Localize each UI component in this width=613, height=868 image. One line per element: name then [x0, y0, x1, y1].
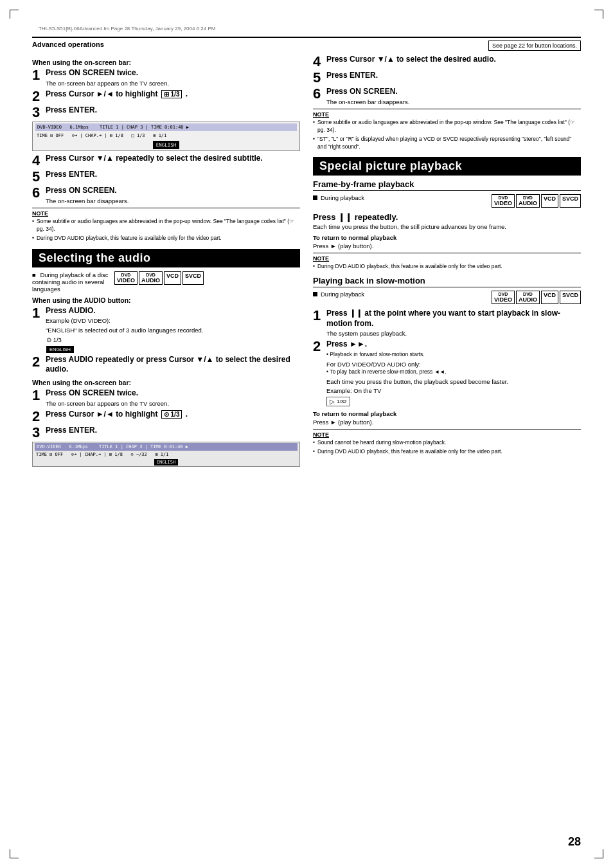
slow-step-1-text: Press ❙❙ at the point where you want to … — [326, 309, 581, 329]
step-4-content: Press Cursor ▼/▲ repeatedly to select th… — [46, 154, 300, 164]
slow-motion-title: Playing back in slow-motion — [313, 276, 581, 287]
onscreen2-step-3-text: Press ENTER. — [46, 426, 300, 436]
frame-badge-svcd: SVCD — [560, 194, 581, 208]
bar2-english-row: ENGLISH — [35, 459, 298, 466]
bar2-top: DVD-VIDEO 6.1Mbps TITLE 1 | CHAP 3 | TIM… — [35, 443, 298, 451]
step-num-1: 1 — [32, 68, 42, 82]
step-num-4: 4 — [32, 154, 42, 168]
return-normal-slow-text: Press ► (play button). — [313, 418, 581, 426]
right-step-4: 4 Press Cursor ▼/▲ to select the desired… — [313, 55, 581, 69]
right-step-4-text: Press Cursor ▼/▲ to select the desired a… — [326, 55, 581, 65]
onscreen-bar-mockup-2: DVD-VIDEO 6.1Mbps TITLE 1 | CHAP 3 | TIM… — [32, 442, 300, 467]
right-step-num-4: 4 — [313, 55, 323, 69]
right-step-num-6: 6 — [313, 87, 323, 101]
step-1-content: Press ON SCREEN twice. The on-screen bar… — [46, 68, 300, 87]
bar-bottom-row: TIME ⊟ OFF ⊙➜ | CHAP.➜ | ⊞ 1/8 □ 1/3 ⊞ 1… — [35, 132, 297, 140]
onscreen-bar-mockup-1: DVD-VIDEO 6.1Mbps TITLE 1 | CHAP 3 | TIM… — [32, 122, 300, 151]
slow-sub-4: Each time you press the button, the play… — [326, 377, 581, 386]
audio-step-2-text: Press AUDIO repeatedly or press Cursor ▼… — [46, 355, 300, 375]
note-section-1: NOTE • Some subtitle or audio languages … — [32, 208, 300, 242]
audio-step-1-text: Press AUDIO. — [46, 306, 300, 316]
slow-step-2-content: Press ►►. • Playback in forward slow-mot… — [326, 339, 581, 407]
audio-badges: DVD VIDEO DVD AUDIO VCD SVCD — [114, 271, 204, 285]
badge-vcd: VCD — [164, 271, 181, 285]
frame-badge-dvd-audio: DVD AUDIO — [516, 194, 540, 208]
slow-step-num-2: 2 — [313, 339, 323, 354]
step-num-3: 3 — [32, 105, 42, 120]
right-note-item-1: • Some subtitle or audio languages are a… — [313, 119, 581, 134]
step-6-content: Press ON SCREEN. The on-screen bar disap… — [46, 186, 300, 205]
frame-step-1-sub: Each time you press the button, the stil… — [313, 222, 581, 231]
highlight-box-2: ⊙ 1/3 — [161, 410, 182, 419]
audio-step-1-sub-label: Example (DVD VIDEO): — [46, 316, 300, 325]
special-picture-title: Special picture playback — [313, 157, 581, 176]
step-num-6: 6 — [32, 186, 42, 200]
disc-icon: ▷ — [330, 398, 335, 405]
slow-sub-3: • To play back in reverse slow-motion, p… — [326, 368, 581, 376]
step-5-text: Press ENTER. — [46, 170, 300, 180]
note-item-1-1: • Some subtitle or audio languages are a… — [32, 218, 300, 233]
during-playback-text: ■ During playback of a disc containing a… — [32, 271, 109, 293]
when-audio-button-label: When using the AUDIO button: — [32, 296, 300, 304]
right-step-6-content: Press ON SCREEN. The on-screen bar disap… — [326, 87, 581, 106]
right-column: 4 Press Cursor ▼/▲ to select the desired… — [313, 55, 581, 468]
badge-svcd: SVCD — [182, 271, 204, 285]
right-step-5-content: Press ENTER. — [326, 71, 581, 81]
audio-step-1: 1 Press AUDIO. Example (DVD VIDEO): "ENG… — [32, 306, 300, 334]
square-bullet-audio: ■ — [32, 271, 36, 278]
step-4-text: Press Cursor ▼/▲ repeatedly to select th… — [46, 154, 300, 164]
onscreen2-step-num-2: 2 — [32, 410, 42, 424]
audio-step-1-sub-text: "ENGLISH" is selected out of 3 audio lan… — [46, 326, 300, 334]
frame-badge-dvd-video: DVD VIDEO — [492, 194, 515, 208]
slow-motion-header: During playback DVD VIDEO DVD AUDIO VCD — [313, 291, 581, 306]
left-column: When using the on-screen bar: 1 Press ON… — [32, 55, 300, 468]
bar-english-row: ENGLISH — [35, 140, 297, 149]
slow-badges: DVD VIDEO DVD AUDIO VCD SVCD — [492, 291, 581, 304]
step-num-5: 5 — [32, 170, 42, 184]
audio-step-2: 2 Press AUDIO repeatedly or press Cursor… — [32, 355, 300, 375]
onscreen2-step-num-1: 1 — [32, 388, 42, 402]
slow-sub-5: Example: On the TV — [326, 386, 581, 395]
audio-step-2-content: Press AUDIO repeatedly or press Cursor ▼… — [46, 355, 300, 375]
right-step-4-content: Press Cursor ▼/▲ to select the desired a… — [326, 55, 581, 65]
note-title-1: NOTE — [32, 210, 300, 217]
audio-step-num-2: 2 — [32, 355, 42, 369]
step-2-content: Press Cursor ►/◄ to highlight ⊞ 1/3 . — [46, 89, 300, 100]
square-bullet-frame — [313, 195, 317, 200]
highlight-box-1: ⊞ 1/3 — [161, 90, 182, 98]
frame-badge-vcd: VCD — [541, 194, 558, 208]
file-info: THI-S5-S51[B]-06Advanced.fm Page 28 Thur… — [32, 26, 581, 32]
onscreen2-step-1: 1 Press ON SCREEN twice. The on-screen b… — [32, 388, 300, 408]
frame-by-frame-header: During playback DVD VIDEO DVD AUDIO VCD — [313, 194, 581, 210]
selecting-audio-title: Selecting the audio — [32, 249, 300, 267]
slow-step-2-subs: • Playback in forward slow-motion starts… — [326, 351, 581, 395]
step-1-text: Press ON SCREEN twice. — [46, 68, 300, 78]
when-onscreen-label-2: When using the on-screen bar: — [32, 379, 300, 386]
return-normal-frame-text: Press ► (play button). — [313, 242, 581, 250]
content-area: When using the on-screen bar: 1 Press ON… — [32, 55, 581, 468]
slow-badge-vcd: VCD — [541, 291, 558, 304]
note-title-right: NOTE — [313, 111, 581, 118]
slow-step-2: 2 Press ►►. • Playback in forward slow-m… — [313, 339, 581, 407]
badge-dvd-video: DVD VIDEO — [114, 271, 138, 285]
corner-mark-bl — [10, 849, 19, 858]
note-frame-title: NOTE — [313, 255, 581, 262]
right-step-num-5: 5 — [313, 71, 323, 85]
slow-sub-2: For DVD VIDEO/DVD AUDIO only: — [326, 360, 581, 368]
frame-step-1-text: Press ❙❙ repeatedly. — [313, 212, 581, 222]
onscreen2-step-2: 2 Press Cursor ►/◄ to highlight ⊙ 1/3 . — [32, 410, 300, 424]
slow-step-1: 1 Press ❙❙ at the point where you want t… — [313, 309, 581, 338]
bar-top-row: DVD-VIDEO 6.1Mbps TITLE 1 | CHAP 3 | TIM… — [35, 123, 297, 132]
onscreen2-step-1-content: Press ON SCREEN twice. The on-screen bar… — [46, 388, 300, 408]
step-3-text: Press ENTER. — [46, 105, 300, 116]
step-6-sub: The on-screen bar disappears. — [46, 197, 300, 205]
slow-badge-dvd-audio: DVD AUDIO — [516, 291, 540, 304]
onscreen2-step-num-3: 3 — [32, 426, 42, 440]
return-normal-slow-label: To return to normal playback — [313, 410, 581, 417]
audio-step-num-1: 1 — [32, 306, 42, 320]
right-step-6: 6 Press ON SCREEN. The on-screen bar dis… — [313, 87, 581, 106]
slow-display-example: ▷ 1/32 — [326, 397, 350, 406]
english-label-audio: ENGLISH — [46, 346, 74, 353]
onscreen2-step-3: 3 Press ENTER. — [32, 426, 300, 440]
onscreen2-step-2-text: Press Cursor ►/◄ to highlight ⊙ 1/3 . — [46, 410, 300, 420]
